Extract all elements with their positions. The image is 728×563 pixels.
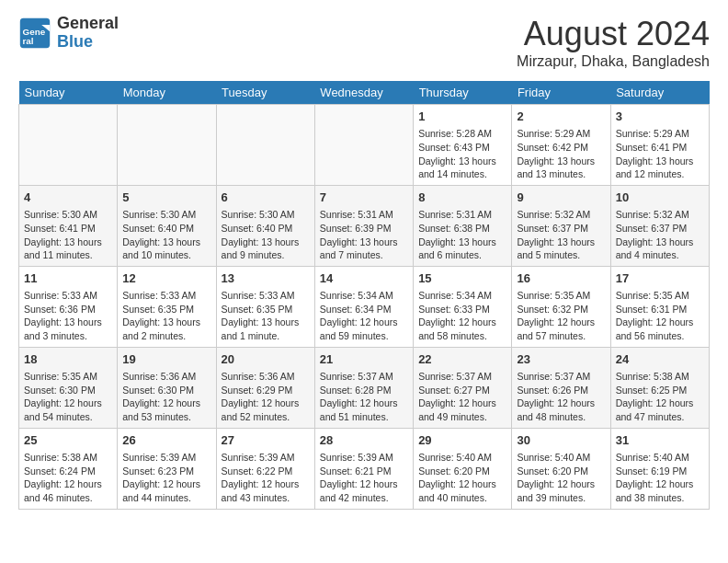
- day-info: Sunrise: 5:34 AMSunset: 6:33 PMDaylight:…: [418, 289, 506, 343]
- day-cell: [216, 105, 314, 186]
- day-cell: 5Sunrise: 5:30 AMSunset: 6:40 PMDaylight…: [118, 185, 216, 266]
- day-info: Sunrise: 5:39 AMSunset: 6:22 PMDaylight:…: [222, 451, 310, 505]
- day-number: 6: [222, 190, 310, 206]
- day-number: 14: [320, 270, 408, 287]
- day-cell: 10Sunrise: 5:32 AMSunset: 6:37 PMDayligh…: [610, 185, 709, 266]
- day-info: Sunrise: 5:36 AMSunset: 6:29 PMDaylight:…: [222, 370, 310, 424]
- day-number: 30: [517, 432, 605, 449]
- day-info: Sunrise: 5:28 AMSunset: 6:43 PMDaylight:…: [418, 127, 506, 181]
- day-cell: 23Sunrise: 5:37 AMSunset: 6:26 PMDayligh…: [512, 347, 610, 428]
- day-info: Sunrise: 5:37 AMSunset: 6:27 PMDaylight:…: [418, 370, 506, 424]
- day-number: 22: [418, 351, 506, 368]
- day-cell: 18Sunrise: 5:35 AMSunset: 6:30 PMDayligh…: [19, 347, 118, 428]
- day-number: 8: [418, 190, 506, 206]
- day-cell: [19, 105, 118, 186]
- day-info: Sunrise: 5:40 AMSunset: 6:20 PMDaylight:…: [517, 451, 605, 505]
- day-info: Sunrise: 5:39 AMSunset: 6:23 PMDaylight:…: [122, 451, 210, 505]
- day-info: Sunrise: 5:30 AMSunset: 6:40 PMDaylight:…: [222, 208, 310, 262]
- day-info: Sunrise: 5:32 AMSunset: 6:37 PMDaylight:…: [517, 208, 605, 262]
- day-number: 16: [517, 270, 605, 287]
- day-info: Sunrise: 5:38 AMSunset: 6:25 PMDaylight:…: [616, 370, 704, 424]
- day-number: 9: [517, 190, 605, 206]
- day-header-saturday: Saturday: [610, 81, 709, 105]
- day-cell: 27Sunrise: 5:39 AMSunset: 6:22 PMDayligh…: [216, 428, 314, 509]
- logo: Gene ral General Blue: [18, 15, 119, 52]
- day-cell: 6Sunrise: 5:30 AMSunset: 6:40 PMDaylight…: [216, 185, 314, 266]
- day-number: 23: [517, 351, 605, 368]
- day-header-sunday: Sunday: [19, 81, 118, 105]
- day-cell: 12Sunrise: 5:33 AMSunset: 6:35 PMDayligh…: [118, 266, 216, 347]
- day-info: Sunrise: 5:34 AMSunset: 6:34 PMDaylight:…: [320, 289, 408, 343]
- day-header-wednesday: Wednesday: [314, 81, 413, 105]
- day-cell: 7Sunrise: 5:31 AMSunset: 6:39 PMDaylight…: [314, 185, 413, 266]
- day-cell: 31Sunrise: 5:40 AMSunset: 6:19 PMDayligh…: [610, 428, 709, 509]
- day-info: Sunrise: 5:29 AMSunset: 6:42 PMDaylight:…: [517, 127, 605, 181]
- day-number: 12: [122, 270, 210, 287]
- logo-line2: Blue: [57, 33, 119, 52]
- day-number: 27: [222, 432, 310, 449]
- header-row: SundayMondayTuesdayWednesdayThursdayFrid…: [19, 81, 710, 105]
- day-number: 3: [616, 109, 704, 125]
- day-number: 29: [418, 432, 506, 449]
- day-cell: 15Sunrise: 5:34 AMSunset: 6:33 PMDayligh…: [414, 266, 512, 347]
- day-cell: 9Sunrise: 5:32 AMSunset: 6:37 PMDaylight…: [512, 185, 610, 266]
- day-info: Sunrise: 5:33 AMSunset: 6:35 PMDaylight:…: [122, 289, 210, 343]
- main-title: August 2024: [517, 15, 710, 53]
- day-cell: 1Sunrise: 5:28 AMSunset: 6:43 PMDaylight…: [414, 105, 512, 186]
- day-info: Sunrise: 5:39 AMSunset: 6:21 PMDaylight:…: [320, 451, 408, 505]
- day-number: 1: [418, 109, 506, 125]
- day-info: Sunrise: 5:35 AMSunset: 6:32 PMDaylight:…: [517, 289, 605, 343]
- week-row-1: 1Sunrise: 5:28 AMSunset: 6:43 PMDaylight…: [19, 105, 710, 186]
- day-info: Sunrise: 5:36 AMSunset: 6:30 PMDaylight:…: [122, 370, 210, 424]
- day-info: Sunrise: 5:35 AMSunset: 6:31 PMDaylight:…: [616, 289, 704, 343]
- day-cell: 22Sunrise: 5:37 AMSunset: 6:27 PMDayligh…: [414, 347, 512, 428]
- day-number: 7: [320, 190, 408, 206]
- day-cell: 2Sunrise: 5:29 AMSunset: 6:42 PMDaylight…: [512, 105, 610, 186]
- day-number: 21: [320, 351, 408, 368]
- day-info: Sunrise: 5:32 AMSunset: 6:37 PMDaylight:…: [616, 208, 704, 262]
- day-cell: 26Sunrise: 5:39 AMSunset: 6:23 PMDayligh…: [118, 428, 216, 509]
- day-info: Sunrise: 5:35 AMSunset: 6:30 PMDaylight:…: [24, 370, 112, 424]
- day-cell: 17Sunrise: 5:35 AMSunset: 6:31 PMDayligh…: [610, 266, 709, 347]
- logo-line1: General: [57, 15, 119, 33]
- day-info: Sunrise: 5:33 AMSunset: 6:35 PMDaylight:…: [222, 289, 310, 343]
- day-cell: 19Sunrise: 5:36 AMSunset: 6:30 PMDayligh…: [118, 347, 216, 428]
- day-number: 25: [24, 432, 112, 449]
- day-number: 19: [122, 351, 210, 368]
- day-cell: 28Sunrise: 5:39 AMSunset: 6:21 PMDayligh…: [314, 428, 413, 509]
- day-number: 4: [24, 190, 112, 206]
- day-number: 20: [222, 351, 310, 368]
- day-header-friday: Friday: [512, 81, 610, 105]
- day-header-thursday: Thursday: [414, 81, 512, 105]
- day-cell: 13Sunrise: 5:33 AMSunset: 6:35 PMDayligh…: [216, 266, 314, 347]
- day-number: 15: [418, 270, 506, 287]
- day-cell: 16Sunrise: 5:35 AMSunset: 6:32 PMDayligh…: [512, 266, 610, 347]
- day-cell: 21Sunrise: 5:37 AMSunset: 6:28 PMDayligh…: [314, 347, 413, 428]
- day-info: Sunrise: 5:31 AMSunset: 6:38 PMDaylight:…: [418, 208, 506, 262]
- day-header-monday: Monday: [118, 81, 216, 105]
- day-number: 5: [122, 190, 210, 206]
- day-cell: 20Sunrise: 5:36 AMSunset: 6:29 PMDayligh…: [216, 347, 314, 428]
- day-cell: 3Sunrise: 5:29 AMSunset: 6:41 PMDaylight…: [610, 105, 709, 186]
- day-number: 26: [122, 432, 210, 449]
- day-number: 31: [616, 432, 704, 449]
- day-info: Sunrise: 5:31 AMSunset: 6:39 PMDaylight:…: [320, 208, 408, 262]
- day-cell: 30Sunrise: 5:40 AMSunset: 6:20 PMDayligh…: [512, 428, 610, 509]
- day-info: Sunrise: 5:40 AMSunset: 6:19 PMDaylight:…: [616, 451, 704, 505]
- title-area: August 2024 Mirzapur, Dhaka, Bangladesh: [517, 15, 710, 70]
- day-cell: 8Sunrise: 5:31 AMSunset: 6:38 PMDaylight…: [414, 185, 512, 266]
- svg-text:ral: ral: [23, 35, 34, 45]
- week-row-3: 11Sunrise: 5:33 AMSunset: 6:36 PMDayligh…: [19, 266, 710, 347]
- day-cell: 11Sunrise: 5:33 AMSunset: 6:36 PMDayligh…: [19, 266, 118, 347]
- day-info: Sunrise: 5:29 AMSunset: 6:41 PMDaylight:…: [616, 127, 704, 181]
- day-info: Sunrise: 5:30 AMSunset: 6:40 PMDaylight:…: [122, 208, 210, 262]
- day-header-tuesday: Tuesday: [216, 81, 314, 105]
- day-info: Sunrise: 5:30 AMSunset: 6:41 PMDaylight:…: [24, 208, 112, 262]
- day-cell: 14Sunrise: 5:34 AMSunset: 6:34 PMDayligh…: [314, 266, 413, 347]
- day-cell: 4Sunrise: 5:30 AMSunset: 6:41 PMDaylight…: [19, 185, 118, 266]
- day-number: 28: [320, 432, 408, 449]
- day-info: Sunrise: 5:33 AMSunset: 6:36 PMDaylight:…: [24, 289, 112, 343]
- day-info: Sunrise: 5:37 AMSunset: 6:28 PMDaylight:…: [320, 370, 408, 424]
- week-row-2: 4Sunrise: 5:30 AMSunset: 6:41 PMDaylight…: [19, 185, 710, 266]
- day-info: Sunrise: 5:38 AMSunset: 6:24 PMDaylight:…: [24, 451, 112, 505]
